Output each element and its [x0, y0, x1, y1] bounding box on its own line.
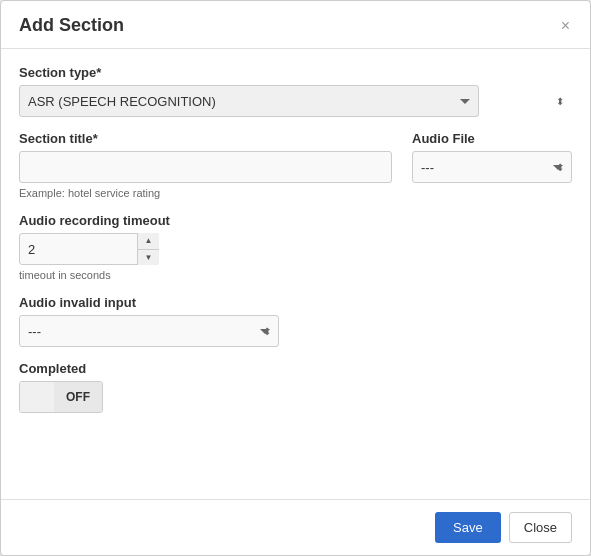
toggle-off-button[interactable]: OFF	[54, 382, 102, 412]
audio-file-select[interactable]: ---	[412, 151, 572, 183]
spinner-down-button[interactable]: ▼	[138, 250, 159, 266]
modal-close-button[interactable]: ×	[559, 18, 572, 34]
section-title-input[interactable]	[19, 151, 392, 183]
modal-footer: Save Close	[1, 499, 590, 555]
audio-timeout-hint: timeout in seconds	[19, 269, 572, 281]
spinner-wrapper: ▲ ▼	[19, 233, 159, 265]
spinner-arrows: ▲ ▼	[137, 233, 159, 265]
section-type-label: Section type*	[19, 65, 572, 80]
modal-dialog: Add Section × Section type* ASR (SPEECH …	[0, 0, 591, 556]
audio-file-label: Audio File	[412, 131, 572, 146]
audio-timeout-group: Audio recording timeout ▲ ▼ timeout in s…	[19, 213, 572, 281]
modal-body: Section type* ASR (SPEECH RECOGNITION) S…	[1, 49, 590, 443]
modal-overlay: Add Section × Section type* ASR (SPEECH …	[0, 0, 591, 556]
section-title-label: Section title*	[19, 131, 392, 146]
toggle-wrapper: OFF	[19, 381, 572, 413]
modal-title: Add Section	[19, 15, 124, 36]
section-type-group: Section type* ASR (SPEECH RECOGNITION)	[19, 65, 572, 117]
title-audio-row: Section title* Example: hotel service ra…	[19, 131, 572, 213]
audio-invalid-select-wrapper: ---	[19, 315, 279, 347]
completed-label: Completed	[19, 361, 572, 376]
audio-file-group: Audio File ---	[412, 131, 572, 183]
section-type-select-wrapper: ASR (SPEECH RECOGNITION)	[19, 85, 572, 117]
modal-header: Add Section ×	[1, 1, 590, 49]
audio-invalid-input-select[interactable]: ---	[19, 315, 279, 347]
section-type-select[interactable]: ASR (SPEECH RECOGNITION)	[19, 85, 479, 117]
section-title-group: Section title* Example: hotel service ra…	[19, 131, 392, 199]
spinner-up-button[interactable]: ▲	[138, 233, 159, 250]
toggle-on-button[interactable]	[20, 382, 54, 412]
audio-invalid-input-label: Audio invalid input	[19, 295, 572, 310]
audio-file-select-wrapper: ---	[412, 151, 572, 183]
section-title-col: Section title* Example: hotel service ra…	[19, 131, 392, 213]
completed-group: Completed OFF	[19, 361, 572, 413]
audio-invalid-input-group: Audio invalid input ---	[19, 295, 572, 347]
save-button[interactable]: Save	[435, 512, 501, 543]
close-button[interactable]: Close	[509, 512, 572, 543]
section-title-hint: Example: hotel service rating	[19, 187, 392, 199]
audio-timeout-label: Audio recording timeout	[19, 213, 572, 228]
toggle-container: OFF	[19, 381, 103, 413]
audio-file-col: Audio File ---	[412, 131, 572, 197]
